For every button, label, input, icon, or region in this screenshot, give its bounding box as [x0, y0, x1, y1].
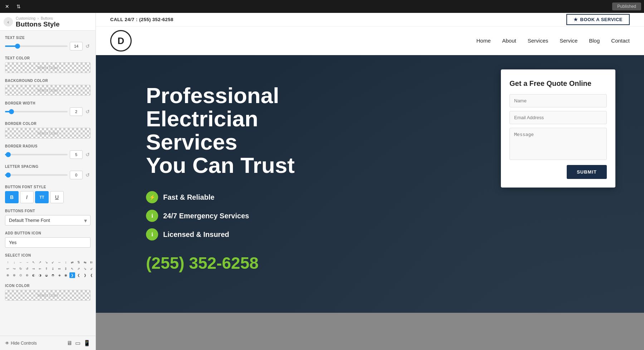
icon-cell[interactable]: ⇕ [63, 266, 69, 272]
border-width-input[interactable]: 2 [70, 107, 83, 116]
icon-cell[interactable]: ⇘ [82, 266, 88, 272]
feature-text: Fast & Reliable [163, 193, 214, 201]
italic-button[interactable]: I [20, 191, 34, 203]
border-radius-track[interactable] [5, 154, 68, 155]
icon-cell[interactable]: ◉ [63, 272, 69, 278]
icon-cell[interactable]: ⇒ [31, 266, 36, 272]
icon-cell[interactable]: ⇓ [50, 266, 56, 272]
nav-services[interactable]: Services [528, 38, 548, 44]
nav-home[interactable]: Home [476, 38, 491, 44]
icon-cell[interactable]: ↩ [5, 266, 11, 272]
icon-cell[interactable]: ⇇ [89, 259, 94, 265]
icon-cell[interactable]: ↪ [11, 266, 17, 272]
tablet-view-button[interactable]: ▭ [75, 340, 80, 346]
hide-controls-button[interactable]: 👁 Hide Controls [5, 341, 37, 346]
icon-cell[interactable]: ⇙ [89, 266, 94, 272]
border-width-track[interactable] [5, 111, 68, 112]
quote-form: Get a Free Quote Online SUBMIT [501, 69, 615, 188]
letter-spacing-reset[interactable]: ↺ [85, 171, 91, 179]
border-color-swatch[interactable]: Select Color [5, 128, 91, 138]
icon-cell[interactable]: ↺ [24, 266, 30, 272]
underline-button[interactable]: U [50, 191, 64, 203]
icon-cell[interactable]: ⇆ [82, 259, 88, 265]
icon-cell[interactable]: ◑ [37, 272, 43, 278]
icon-cell[interactable]: ↔ [57, 259, 62, 265]
icon-cell[interactable]: ⇅ [76, 259, 82, 265]
quote-name-input[interactable] [509, 94, 607, 107]
uppercase-button[interactable]: TT [35, 191, 49, 203]
feature-icon: ℹ [146, 228, 158, 240]
icon-cell[interactable]: ⊗ [11, 272, 17, 278]
border-radius-thumb[interactable] [6, 152, 11, 157]
icon-cell[interactable]: ↕ [63, 259, 69, 265]
buttons-font-select[interactable]: Default Theme Font [5, 215, 91, 225]
nav-contact[interactable]: Contact [611, 38, 630, 44]
text-size-control: TEXT SIZE 14 ↺ [5, 36, 91, 50]
nav-blog[interactable]: Blog [589, 38, 600, 44]
back-button[interactable]: ‹ [4, 17, 13, 26]
letter-spacing-track[interactable] [5, 174, 68, 176]
published-button[interactable]: Published [612, 3, 641, 10]
icon-cell[interactable]: ⇐ [37, 266, 43, 272]
icon-cell[interactable]: ⊕ [5, 272, 11, 278]
icon-cell[interactable]: ⇖ [69, 266, 75, 272]
icon-cell[interactable]: ◒ [44, 272, 49, 278]
icon-cell[interactable]: ↖ [31, 259, 36, 265]
icon-cell[interactable]: ↓ [11, 259, 17, 265]
nav-about[interactable]: About [502, 38, 516, 44]
desktop-view-button[interactable]: 🖥 [67, 340, 72, 346]
view-mode-buttons: 🖥 ▭ 📱 [67, 340, 91, 346]
eye-icon: 👁 [5, 341, 9, 346]
panel-content: TEXT SIZE 14 ↺ TEXT COLOR Select Color [0, 31, 96, 336]
add-btn-icon-label: ADD BUTTON ICON [5, 231, 91, 235]
icon-cell[interactable]: ⊛ [24, 272, 30, 278]
icon-cell[interactable]: ↙ [50, 259, 56, 265]
letter-spacing-thumb[interactable] [6, 172, 11, 178]
icon-cell[interactable]: ❰ [89, 272, 94, 278]
text-color-control: TEXT COLOR Select Color [5, 56, 91, 73]
bg-color-swatch[interactable]: Select Color [5, 85, 91, 96]
letter-spacing-input[interactable]: 0 [70, 171, 83, 179]
icon-cell[interactable]: ❯ [69, 272, 75, 278]
text-size-reset[interactable]: ↺ [85, 43, 91, 50]
icon-cell[interactable]: ◐ [31, 272, 36, 278]
text-color-swatch[interactable]: Select Color [5, 62, 91, 73]
text-size-track[interactable] [5, 45, 68, 47]
border-radius-input[interactable]: 5 [70, 150, 83, 159]
icon-cell[interactable]: ⇄ [69, 259, 75, 265]
quote-email-input[interactable] [509, 111, 607, 124]
icon-cell[interactable]: → [24, 259, 30, 265]
border-width-thumb[interactable] [9, 109, 14, 114]
quote-message-input[interactable] [509, 128, 607, 160]
swap-icon[interactable]: ⇅ [14, 2, 23, 11]
border-width-control: BORDER WIDTH 2 ↺ [5, 101, 91, 116]
icon-cell[interactable]: ◈ [57, 272, 62, 278]
text-size-slider-row: 14 ↺ [5, 42, 91, 50]
text-size-input[interactable]: 14 [70, 42, 83, 50]
preview-area: CALL 24/7 : (255) 352-6258 ★ BOOK A SERV… [96, 13, 644, 350]
quote-submit-button[interactable]: SUBMIT [567, 165, 607, 179]
icon-cell[interactable]: ↻ [18, 266, 24, 272]
panel-title-group: Customizing › Buttons Buttons Style [16, 16, 59, 28]
border-width-reset[interactable]: ↺ [85, 108, 91, 115]
bold-button[interactable]: B [5, 191, 19, 203]
mobile-view-button[interactable]: 📱 [83, 340, 91, 346]
icon-cell[interactable]: ← [18, 259, 24, 265]
nav-service[interactable]: Service [560, 38, 577, 44]
icon-cell[interactable]: ↗ [37, 259, 43, 265]
icon-cell[interactable]: ⊙ [18, 272, 24, 278]
book-service-button[interactable]: ★ BOOK A SERVICE [566, 14, 630, 25]
text-size-thumb[interactable] [15, 44, 20, 49]
icon-cell[interactable]: ❮ [76, 272, 82, 278]
close-icon[interactable]: ✕ [3, 2, 11, 11]
border-radius-reset[interactable]: ↺ [85, 151, 91, 158]
icon-cell[interactable]: ⇔ [57, 266, 62, 272]
icon-cell[interactable]: ↘ [44, 259, 49, 265]
icon-cell[interactable]: ⇑ [44, 266, 49, 272]
icon-color-swatch[interactable]: Select Color [5, 290, 91, 301]
icon-cell[interactable]: ❱ [82, 272, 88, 278]
icon-cell[interactable]: ◓ [50, 272, 56, 278]
icon-cell[interactable]: ⇗ [76, 266, 82, 272]
add-btn-icon-input[interactable]: Yes [5, 237, 91, 248]
icon-cell[interactable]: ↑ [5, 259, 11, 265]
